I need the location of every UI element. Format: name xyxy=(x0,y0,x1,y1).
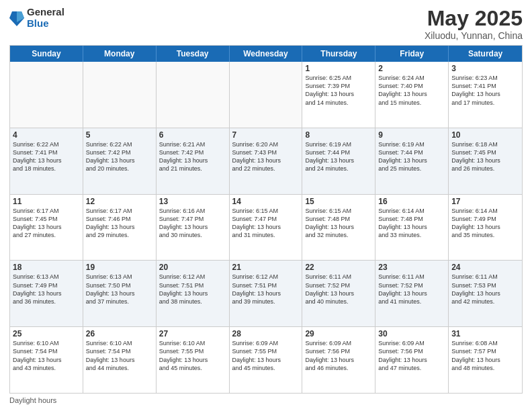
calendar-cell: 7Sunrise: 6:20 AM Sunset: 7:43 PM Daylig… xyxy=(230,128,303,194)
day-number: 31 xyxy=(451,329,519,338)
cell-info: Sunrise: 6:16 AM Sunset: 7:47 PM Dayligh… xyxy=(159,207,226,240)
day-number: 21 xyxy=(232,263,300,272)
calendar-cell: 10Sunrise: 6:18 AM Sunset: 7:45 PM Dayli… xyxy=(449,128,522,194)
calendar-cell: 5Sunrise: 6:22 AM Sunset: 7:42 PM Daylig… xyxy=(83,128,157,194)
day-number: 6 xyxy=(159,130,226,140)
cell-info: Sunrise: 6:15 AM Sunset: 7:48 PM Dayligh… xyxy=(305,207,372,240)
day-number: 23 xyxy=(378,263,445,272)
calendar-cell: 3Sunrise: 6:23 AM Sunset: 7:41 PM Daylig… xyxy=(449,62,522,128)
day-number: 25 xyxy=(13,329,80,338)
cell-info: Sunrise: 6:11 AM Sunset: 7:52 PM Dayligh… xyxy=(305,273,372,306)
day-number: 18 xyxy=(13,263,80,272)
logo-icon xyxy=(9,9,24,28)
calendar-cell: 28Sunrise: 6:09 AM Sunset: 7:55 PM Dayli… xyxy=(230,327,303,393)
calendar: SundayMondayTuesdayWednesdayThursdayFrid… xyxy=(9,45,523,394)
title-section: May 2025 Xiluodu, Yunnan, China xyxy=(425,7,523,41)
calendar-cell: 22Sunrise: 6:11 AM Sunset: 7:52 PM Dayli… xyxy=(302,261,375,326)
calendar-body: 1Sunrise: 6:25 AM Sunset: 7:39 PM Daylig… xyxy=(10,62,522,393)
day-of-week-header: Tuesday xyxy=(157,46,230,62)
cell-info: Sunrise: 6:13 AM Sunset: 7:49 PM Dayligh… xyxy=(13,273,80,306)
cell-info: Sunrise: 6:12 AM Sunset: 7:51 PM Dayligh… xyxy=(159,273,226,306)
calendar-row: 11Sunrise: 6:17 AM Sunset: 7:45 PM Dayli… xyxy=(10,195,522,261)
header: General Blue May 2025 Xiluodu, Yunnan, C… xyxy=(9,7,523,41)
calendar-cell: 4Sunrise: 6:22 AM Sunset: 7:41 PM Daylig… xyxy=(10,128,83,194)
calendar-cell: 29Sunrise: 6:09 AM Sunset: 7:56 PM Dayli… xyxy=(302,327,375,393)
day-number: 28 xyxy=(232,329,300,338)
cell-info: Sunrise: 6:11 AM Sunset: 7:52 PM Dayligh… xyxy=(378,273,445,306)
cell-info: Sunrise: 6:25 AM Sunset: 7:39 PM Dayligh… xyxy=(305,74,372,107)
cell-info: Sunrise: 6:15 AM Sunset: 7:47 PM Dayligh… xyxy=(232,207,300,240)
cell-info: Sunrise: 6:14 AM Sunset: 7:49 PM Dayligh… xyxy=(451,207,519,240)
cell-info: Sunrise: 6:10 AM Sunset: 7:54 PM Dayligh… xyxy=(86,339,153,372)
calendar-cell: 20Sunrise: 6:12 AM Sunset: 7:51 PM Dayli… xyxy=(157,261,230,326)
cell-info: Sunrise: 6:24 AM Sunset: 7:40 PM Dayligh… xyxy=(378,74,445,107)
cell-info: Sunrise: 6:13 AM Sunset: 7:50 PM Dayligh… xyxy=(86,273,153,306)
logo-blue: Blue xyxy=(27,18,64,30)
day-number: 5 xyxy=(86,130,153,140)
calendar-cell: 25Sunrise: 6:10 AM Sunset: 7:54 PM Dayli… xyxy=(10,327,83,393)
day-number: 17 xyxy=(451,197,519,206)
calendar-cell: 13Sunrise: 6:16 AM Sunset: 7:47 PM Dayli… xyxy=(157,195,230,261)
cell-info: Sunrise: 6:09 AM Sunset: 7:55 PM Dayligh… xyxy=(232,339,300,372)
calendar-row: 18Sunrise: 6:13 AM Sunset: 7:49 PM Dayli… xyxy=(10,261,522,327)
day-number: 14 xyxy=(232,197,300,206)
day-number: 15 xyxy=(305,197,372,206)
calendar-cell: 27Sunrise: 6:10 AM Sunset: 7:55 PM Dayli… xyxy=(157,327,230,393)
day-number: 27 xyxy=(159,329,226,338)
cell-info: Sunrise: 6:14 AM Sunset: 7:48 PM Dayligh… xyxy=(378,207,445,240)
calendar-cell: 31Sunrise: 6:08 AM Sunset: 7:57 PM Dayli… xyxy=(449,327,522,393)
calendar-cell: 19Sunrise: 6:13 AM Sunset: 7:50 PM Dayli… xyxy=(83,261,157,326)
cell-info: Sunrise: 6:11 AM Sunset: 7:53 PM Dayligh… xyxy=(451,273,519,306)
calendar-cell: 18Sunrise: 6:13 AM Sunset: 7:49 PM Dayli… xyxy=(10,261,83,326)
calendar-cell xyxy=(157,62,230,128)
day-number: 16 xyxy=(378,197,445,206)
cell-info: Sunrise: 6:08 AM Sunset: 7:57 PM Dayligh… xyxy=(451,339,519,372)
calendar-cell: 23Sunrise: 6:11 AM Sunset: 7:52 PM Dayli… xyxy=(375,261,449,326)
calendar-cell: 2Sunrise: 6:24 AM Sunset: 7:40 PM Daylig… xyxy=(375,62,449,128)
location: Xiluodu, Yunnan, China xyxy=(425,30,523,41)
day-number: 4 xyxy=(13,130,80,140)
day-number: 7 xyxy=(232,130,300,140)
day-number: 10 xyxy=(451,130,519,140)
day-number: 8 xyxy=(305,130,372,140)
day-number: 22 xyxy=(305,263,372,272)
page: General Blue May 2025 Xiluodu, Yunnan, C… xyxy=(0,0,532,411)
calendar-cell: 24Sunrise: 6:11 AM Sunset: 7:53 PM Dayli… xyxy=(449,261,522,326)
day-number: 9 xyxy=(378,130,445,140)
calendar-cell: 30Sunrise: 6:09 AM Sunset: 7:56 PM Dayli… xyxy=(375,327,449,393)
cell-info: Sunrise: 6:18 AM Sunset: 7:45 PM Dayligh… xyxy=(451,140,519,173)
cell-info: Sunrise: 6:23 AM Sunset: 7:41 PM Dayligh… xyxy=(451,74,519,107)
calendar-cell: 16Sunrise: 6:14 AM Sunset: 7:48 PM Dayli… xyxy=(375,195,449,261)
logo-text: General Blue xyxy=(27,7,64,29)
day-of-week-header: Monday xyxy=(83,46,157,62)
cell-info: Sunrise: 6:22 AM Sunset: 7:41 PM Dayligh… xyxy=(13,140,80,173)
daylight-hours-label: Daylight hours xyxy=(9,396,56,404)
cell-info: Sunrise: 6:22 AM Sunset: 7:42 PM Dayligh… xyxy=(86,140,153,173)
day-number: 3 xyxy=(451,64,519,73)
calendar-cell: 1Sunrise: 6:25 AM Sunset: 7:39 PM Daylig… xyxy=(302,62,375,128)
day-number: 26 xyxy=(86,329,153,338)
calendar-cell: 26Sunrise: 6:10 AM Sunset: 7:54 PM Dayli… xyxy=(83,327,157,393)
day-of-week-header: Sunday xyxy=(10,46,83,62)
day-of-week-header: Thursday xyxy=(302,46,375,62)
day-number: 1 xyxy=(305,64,372,73)
day-of-week-header: Saturday xyxy=(449,46,522,62)
day-number: 19 xyxy=(86,263,153,272)
cell-info: Sunrise: 6:10 AM Sunset: 7:54 PM Dayligh… xyxy=(13,339,80,372)
day-number: 12 xyxy=(86,197,153,206)
day-number: 30 xyxy=(378,329,445,338)
calendar-cell: 6Sunrise: 6:21 AM Sunset: 7:42 PM Daylig… xyxy=(157,128,230,194)
calendar-cell xyxy=(230,62,303,128)
cell-info: Sunrise: 6:09 AM Sunset: 7:56 PM Dayligh… xyxy=(378,339,445,372)
calendar-cell xyxy=(83,62,157,128)
day-of-week-header: Wednesday xyxy=(230,46,303,62)
day-number: 29 xyxy=(305,329,372,338)
day-of-week-header: Friday xyxy=(375,46,449,62)
cell-info: Sunrise: 6:10 AM Sunset: 7:55 PM Dayligh… xyxy=(159,339,226,372)
logo-general: General xyxy=(27,7,64,18)
month-title: May 2025 xyxy=(425,7,523,30)
cell-info: Sunrise: 6:17 AM Sunset: 7:46 PM Dayligh… xyxy=(86,207,153,240)
cell-info: Sunrise: 6:21 AM Sunset: 7:42 PM Dayligh… xyxy=(159,140,226,173)
cell-info: Sunrise: 6:12 AM Sunset: 7:51 PM Dayligh… xyxy=(232,273,300,306)
calendar-cell: 9Sunrise: 6:19 AM Sunset: 7:44 PM Daylig… xyxy=(375,128,449,194)
